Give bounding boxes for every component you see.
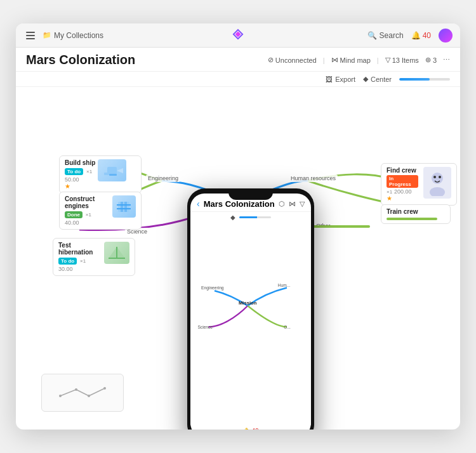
logo-center [232, 29, 244, 43]
svg-rect-7 [121, 202, 123, 212]
title-bar: 📁 My Collections 🔍 Search 🔔 40 [16, 23, 460, 48]
phone-screen: ‹ Mars Colonization ⬡ ⋈ ▽ ◆ [190, 194, 311, 430]
phone-notch [228, 188, 273, 200]
svg-text:Science: Science [197, 325, 213, 329]
construct-engines-node[interactable]: Construct engines Done ×1 40.00 [59, 192, 142, 230]
svg-rect-10 [117, 208, 131, 209]
test-hibernation-info: Test hibernation To do ×1 30.00 [58, 242, 102, 272]
engineering-label: Engineering [146, 174, 180, 182]
phone-back-button[interactable]: ‹ [197, 199, 200, 209]
phone-share-icon[interactable]: ⬡ [279, 200, 285, 208]
find-crew-image [423, 167, 451, 199]
svg-marker-3 [117, 168, 123, 173]
phone-footer: 🔔 40 [190, 425, 311, 430]
export-icon: 🖼 [326, 76, 333, 83]
find-crew-badge: In Progress [387, 175, 418, 188]
bottom-image-placeholder [41, 374, 124, 412]
phone-canvas: Mission Engineering Hum... Science O... [190, 223, 311, 425]
svg-rect-9 [117, 204, 131, 206]
app-logo [232, 29, 244, 40]
center-button[interactable]: ◆ Center [363, 75, 392, 83]
page-header: Mars Colonization ⊘ Unconnected | ⋈ Mind… [16, 48, 460, 72]
train-crew-node[interactable]: Train crew [381, 204, 451, 224]
notifications-button[interactable]: 🔔 40 [411, 31, 431, 40]
phone-filter-icon[interactable]: ▽ [300, 200, 305, 208]
svg-point-16 [433, 176, 436, 178]
svg-rect-5 [109, 174, 117, 176]
mindmap-button[interactable]: ⋈ Mind map [331, 56, 371, 64]
mindmap-icon: ⋈ [331, 56, 338, 64]
human-resources-label: Human resources [289, 174, 338, 182]
connections-count: ⊛ 3 [425, 56, 437, 64]
phone-bell-icon: 🔔 [242, 428, 250, 430]
svg-rect-6 [118, 202, 129, 212]
build-ship-star: ★ [65, 183, 95, 190]
unconnected-icon: ⊘ [268, 56, 274, 64]
phone-connect-icon[interactable]: ⋈ [289, 200, 296, 208]
phone-overlay: ‹ Mars Colonization ⬡ ⋈ ▽ ◆ [187, 188, 314, 430]
title-bar-right: 🔍 Search 🔔 40 [367, 29, 453, 43]
page-header-actions: ⊘ Unconnected | ⋈ Mind map | ▽ 13 Items … [268, 56, 450, 64]
build-ship-image [98, 159, 126, 181]
folder-icon: 📁 [43, 31, 51, 39]
other-bar [313, 225, 370, 228]
construct-engines-badge: Done [65, 211, 83, 218]
search-icon: 🔍 [367, 31, 377, 40]
svg-point-22 [75, 388, 77, 391]
phone-action-icons: ⬡ ⋈ ▽ [279, 200, 305, 208]
svg-text:O...: O... [284, 325, 291, 329]
center-icon: ◆ [363, 75, 368, 83]
phone-toolbar: ◆ [190, 212, 311, 223]
phone-mindmap-svg: Mission Engineering Hum... Science O... [190, 223, 311, 425]
find-crew-info: Find crew In Progress ×1 200.00 ★ [387, 167, 420, 202]
filter-icon: ▽ [385, 56, 390, 64]
toolbar: 🖼 Export ◆ Center [16, 72, 460, 87]
bell-icon: 🔔 [411, 31, 421, 40]
collection-link[interactable]: 📁 My Collections [43, 31, 103, 40]
svg-point-24 [103, 387, 106, 390]
svg-line-20 [89, 388, 105, 396]
unconnected-button[interactable]: ⊘ Unconnected [268, 56, 317, 64]
page-title: Mars Colonization [26, 53, 135, 67]
test-hibernation-node[interactable]: Test hibernation To do ×1 30.00 [53, 238, 135, 276]
svg-point-23 [88, 395, 90, 397]
connections-icon: ⊛ [425, 56, 431, 64]
svg-rect-8 [124, 202, 127, 212]
build-ship-info: Build ship To do ×1 50.00 ★ [65, 159, 95, 190]
menu-button[interactable] [23, 29, 37, 42]
user-avatar[interactable] [439, 29, 453, 43]
svg-point-17 [439, 176, 441, 178]
bottom-placeholder-svg [57, 383, 108, 402]
construct-engines-info: Construct engines Done ×1 40.00 [65, 195, 110, 226]
svg-line-18 [60, 390, 76, 396]
svg-point-15 [430, 187, 445, 196]
phone-progress-bar[interactable] [239, 216, 271, 218]
build-ship-badge: To do [65, 168, 83, 175]
search-button[interactable]: 🔍 Search [367, 31, 404, 40]
test-hibernation-badge: To do [58, 258, 77, 265]
zoom-slider[interactable] [399, 78, 450, 81]
svg-text:Hum...: Hum... [278, 283, 291, 287]
construct-engines-image [112, 195, 136, 218]
svg-point-21 [59, 395, 62, 397]
svg-rect-4 [104, 173, 109, 175]
test-hibernation-image [104, 242, 129, 264]
find-crew-node[interactable]: Find crew In Progress ×1 200.00 ★ [381, 163, 457, 206]
phone-title: Mars Colonization [204, 199, 275, 209]
svg-line-19 [76, 390, 89, 396]
svg-text:Engineering: Engineering [201, 286, 224, 291]
find-crew-star: ★ [387, 195, 420, 202]
svg-text:Mission: Mission [239, 300, 257, 306]
export-button[interactable]: 🖼 Export [326, 76, 355, 83]
desktop-window: 📁 My Collections 🔍 Search 🔔 40 Mars Colo… [16, 23, 460, 430]
items-count: ▽ 13 Items [385, 56, 419, 64]
more-icon[interactable]: ⋯ [443, 56, 450, 64]
phone-center-icon[interactable]: ◆ [230, 214, 235, 221]
build-ship-node[interactable]: Build ship To do ×1 50.00 ★ [59, 155, 142, 194]
